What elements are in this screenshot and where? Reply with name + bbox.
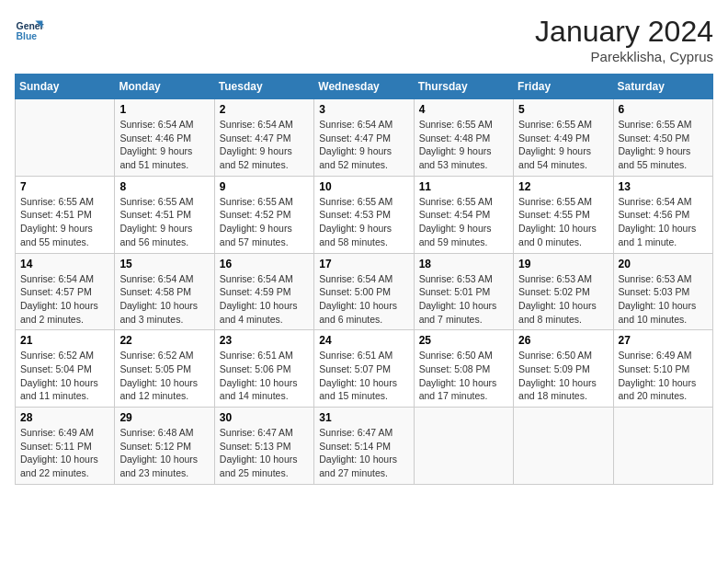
calendar-day-cell: 18Sunrise: 6:53 AMSunset: 5:01 PMDayligh… — [414, 253, 513, 330]
day-number: 2 — [220, 103, 309, 116]
day-info: Sunrise: 6:49 AMSunset: 5:10 PMDaylight:… — [619, 349, 708, 403]
calendar-day-cell: 17Sunrise: 6:54 AMSunset: 5:00 PMDayligh… — [314, 253, 414, 330]
day-info: Sunrise: 6:54 AMSunset: 4:47 PMDaylight:… — [319, 118, 408, 172]
calendar-day-cell: 12Sunrise: 6:55 AMSunset: 4:55 PMDayligh… — [514, 176, 613, 253]
logo: General Blue — [15, 15, 44, 44]
day-of-week-header: Saturday — [613, 75, 712, 99]
calendar-day-cell: 6Sunrise: 6:55 AMSunset: 4:50 PMDaylight… — [613, 99, 712, 177]
day-of-week-header: Tuesday — [214, 75, 313, 99]
day-info: Sunrise: 6:54 AMSunset: 4:56 PMDaylight:… — [619, 195, 708, 249]
day-info: Sunrise: 6:50 AMSunset: 5:08 PMDaylight:… — [419, 349, 508, 403]
title-area: January 2024 Parekklisha, Cyprus — [535, 15, 713, 64]
day-info: Sunrise: 6:50 AMSunset: 5:09 PMDaylight:… — [518, 349, 608, 403]
svg-text:Blue: Blue — [17, 31, 38, 41]
day-number: 17 — [319, 258, 408, 270]
day-of-week-header: Friday — [514, 75, 613, 99]
day-number: 11 — [419, 180, 508, 193]
calendar-day-cell: 10Sunrise: 6:55 AMSunset: 4:53 PMDayligh… — [314, 176, 414, 253]
day-info: Sunrise: 6:53 AMSunset: 5:02 PMDaylight:… — [518, 272, 608, 327]
day-info: Sunrise: 6:54 AMSunset: 4:57 PMDaylight:… — [20, 272, 109, 327]
calendar-day-cell: 14Sunrise: 6:54 AMSunset: 4:57 PMDayligh… — [16, 253, 115, 330]
day-number: 30 — [220, 411, 309, 424]
day-info: Sunrise: 6:55 AMSunset: 4:52 PMDaylight:… — [220, 195, 309, 249]
calendar-day-cell: 29Sunrise: 6:48 AMSunset: 5:12 PMDayligh… — [115, 408, 214, 485]
calendar-day-cell — [16, 99, 115, 177]
day-info: Sunrise: 6:54 AMSunset: 4:58 PMDaylight:… — [119, 272, 209, 327]
calendar-day-cell: 31Sunrise: 6:47 AMSunset: 5:14 PMDayligh… — [314, 408, 414, 485]
day-info: Sunrise: 6:55 AMSunset: 4:48 PMDaylight:… — [419, 118, 508, 172]
calendar-week-row: 14Sunrise: 6:54 AMSunset: 4:57 PMDayligh… — [16, 253, 713, 330]
calendar-day-cell: 26Sunrise: 6:50 AMSunset: 5:09 PMDayligh… — [514, 330, 613, 408]
header: General Blue January 2024 Parekklisha, C… — [15, 15, 713, 64]
calendar-week-row: 1Sunrise: 6:54 AMSunset: 4:46 PMDaylight… — [16, 99, 713, 177]
day-number: 26 — [518, 334, 608, 347]
calendar-week-row: 7Sunrise: 6:55 AMSunset: 4:51 PMDaylight… — [16, 176, 713, 253]
calendar-day-cell: 19Sunrise: 6:53 AMSunset: 5:02 PMDayligh… — [514, 253, 613, 330]
location-title: Parekklisha, Cyprus — [535, 49, 713, 64]
day-number: 3 — [319, 103, 408, 116]
day-number: 21 — [20, 334, 109, 347]
day-info: Sunrise: 6:51 AMSunset: 5:07 PMDaylight:… — [319, 349, 408, 403]
day-of-week-header: Sunday — [16, 75, 115, 99]
day-info: Sunrise: 6:55 AMSunset: 4:49 PMDaylight:… — [518, 118, 608, 172]
day-info: Sunrise: 6:55 AMSunset: 4:55 PMDaylight:… — [518, 195, 608, 249]
day-number: 7 — [20, 180, 109, 193]
calendar-day-cell: 3Sunrise: 6:54 AMSunset: 4:47 PMDaylight… — [314, 99, 414, 177]
calendar-day-cell: 24Sunrise: 6:51 AMSunset: 5:07 PMDayligh… — [314, 330, 414, 408]
month-title: January 2024 — [535, 15, 713, 49]
day-number: 27 — [619, 334, 708, 347]
day-of-week-header: Thursday — [414, 75, 513, 99]
calendar-day-cell — [613, 408, 712, 485]
day-number: 22 — [119, 334, 209, 347]
day-number: 12 — [518, 180, 608, 193]
day-info: Sunrise: 6:55 AMSunset: 4:50 PMDaylight:… — [619, 118, 708, 172]
day-info: Sunrise: 6:53 AMSunset: 5:01 PMDaylight:… — [419, 272, 508, 327]
calendar-day-cell: 9Sunrise: 6:55 AMSunset: 4:52 PMDaylight… — [214, 176, 313, 253]
day-number: 31 — [319, 411, 408, 424]
calendar-day-cell: 8Sunrise: 6:55 AMSunset: 4:51 PMDaylight… — [115, 176, 214, 253]
day-number: 25 — [419, 334, 508, 347]
day-info: Sunrise: 6:47 AMSunset: 5:13 PMDaylight:… — [220, 426, 309, 480]
day-number: 4 — [419, 103, 508, 116]
calendar-day-cell: 28Sunrise: 6:49 AMSunset: 5:11 PMDayligh… — [16, 408, 115, 485]
day-number: 16 — [220, 258, 309, 270]
logo-icon: General Blue — [15, 15, 44, 44]
day-info: Sunrise: 6:55 AMSunset: 4:51 PMDaylight:… — [20, 195, 109, 249]
calendar-week-row: 28Sunrise: 6:49 AMSunset: 5:11 PMDayligh… — [16, 408, 713, 485]
calendar-day-cell: 11Sunrise: 6:55 AMSunset: 4:54 PMDayligh… — [414, 176, 513, 253]
day-number: 8 — [119, 180, 209, 193]
day-number: 14 — [20, 258, 109, 270]
calendar-day-cell: 4Sunrise: 6:55 AMSunset: 4:48 PMDaylight… — [414, 99, 513, 177]
day-number: 20 — [619, 258, 708, 270]
calendar-day-cell: 13Sunrise: 6:54 AMSunset: 4:56 PMDayligh… — [613, 176, 712, 253]
day-info: Sunrise: 6:48 AMSunset: 5:12 PMDaylight:… — [119, 426, 209, 480]
day-number: 13 — [619, 180, 708, 193]
day-info: Sunrise: 6:54 AMSunset: 4:46 PMDaylight:… — [119, 118, 209, 172]
day-info: Sunrise: 6:51 AMSunset: 5:06 PMDaylight:… — [220, 349, 309, 403]
calendar-day-cell: 2Sunrise: 6:54 AMSunset: 4:47 PMDaylight… — [214, 99, 313, 177]
calendar-day-cell: 20Sunrise: 6:53 AMSunset: 5:03 PMDayligh… — [613, 253, 712, 330]
calendar-day-cell: 7Sunrise: 6:55 AMSunset: 4:51 PMDaylight… — [16, 176, 115, 253]
calendar-day-cell: 15Sunrise: 6:54 AMSunset: 4:58 PMDayligh… — [115, 253, 214, 330]
day-number: 6 — [619, 103, 708, 116]
calendar-table: SundayMondayTuesdayWednesdayThursdayFrid… — [15, 74, 713, 485]
calendar-day-cell: 21Sunrise: 6:52 AMSunset: 5:04 PMDayligh… — [16, 330, 115, 408]
day-number: 15 — [119, 258, 209, 270]
calendar-day-cell: 30Sunrise: 6:47 AMSunset: 5:13 PMDayligh… — [214, 408, 313, 485]
calendar-week-row: 21Sunrise: 6:52 AMSunset: 5:04 PMDayligh… — [16, 330, 713, 408]
day-number: 9 — [220, 180, 309, 193]
calendar-day-cell — [514, 408, 613, 485]
calendar-day-cell: 27Sunrise: 6:49 AMSunset: 5:10 PMDayligh… — [613, 330, 712, 408]
day-number: 18 — [419, 258, 508, 270]
day-number: 19 — [518, 258, 608, 270]
day-number: 28 — [20, 411, 109, 424]
day-info: Sunrise: 6:54 AMSunset: 4:47 PMDaylight:… — [220, 118, 309, 172]
calendar-body: 1Sunrise: 6:54 AMSunset: 4:46 PMDaylight… — [16, 99, 713, 485]
day-info: Sunrise: 6:53 AMSunset: 5:03 PMDaylight:… — [619, 272, 708, 327]
day-number: 23 — [220, 334, 309, 347]
calendar-day-cell — [414, 408, 513, 485]
day-info: Sunrise: 6:47 AMSunset: 5:14 PMDaylight:… — [319, 426, 408, 480]
day-info: Sunrise: 6:55 AMSunset: 4:51 PMDaylight:… — [119, 195, 209, 249]
calendar-day-cell: 16Sunrise: 6:54 AMSunset: 4:59 PMDayligh… — [214, 253, 313, 330]
day-info: Sunrise: 6:54 AMSunset: 4:59 PMDaylight:… — [220, 272, 309, 327]
